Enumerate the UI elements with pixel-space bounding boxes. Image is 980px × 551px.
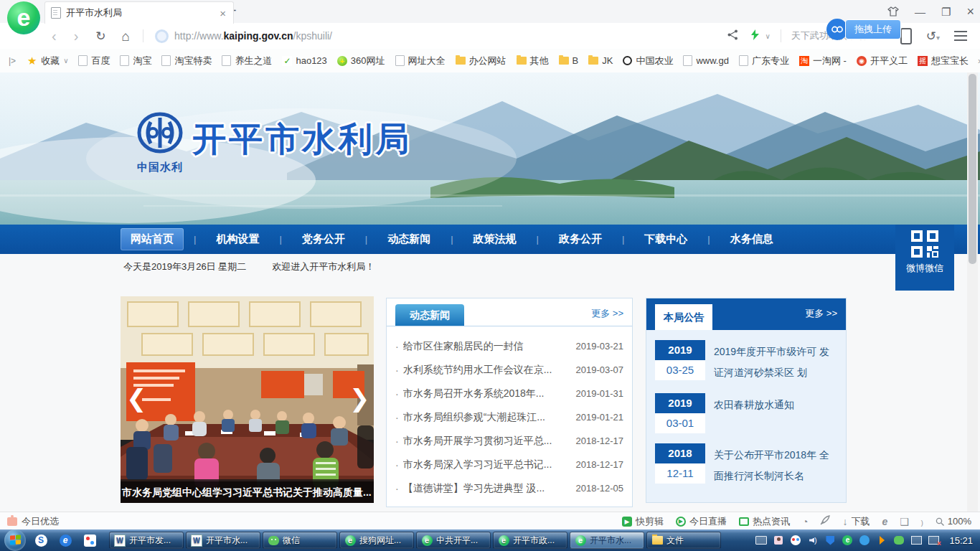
carousel-prev-icon[interactable]: ❮ [126,384,145,413]
taskbar-window-button[interactable]: e中共开平... [416,532,491,549]
shield-icon[interactable] [824,534,836,546]
bookmark-item[interactable]: ◉开平义工 [852,52,913,70]
app-blue-icon[interactable] [859,534,870,546]
zoom-control[interactable]: 100% [936,516,971,527]
news-title[interactable]: 水利系统节约用水工作会议在京... [403,364,569,377]
minimize-button[interactable]: — [915,6,925,17]
daily-picks-label[interactable]: 今日优选 [22,515,59,528]
bookmark-item[interactable]: ✓hao123 [277,53,331,68]
nav-item-6[interactable]: 政务公开 [549,228,612,250]
taskbar-window-button[interactable]: 文件 [646,532,721,549]
bookmark-item[interactable]: 网址大全 [390,52,451,70]
site-info-icon[interactable] [155,29,169,43]
menu-icon[interactable] [954,35,967,37]
chevron-down-icon[interactable]: ∨ [765,32,770,40]
notice-title[interactable]: 关于公布开平市2018年 全面推行河长制河长名 [714,443,837,486]
bookmark-item[interactable]: 中国农业 [618,52,678,70]
restore-button[interactable]: ❐ [941,6,951,17]
sound-icon[interactable]: ) [921,516,923,527]
quicklaunch-browser-icon[interactable]: e [56,532,75,549]
360-safety-icon[interactable] [790,534,801,546]
bookmark-item[interactable]: 摇想宝宝长 [913,52,974,70]
rocket-icon[interactable] [820,515,830,527]
gift-icon[interactable] [7,517,17,526]
back-icon[interactable]: ‹ [52,29,57,43]
notice-row[interactable]: 201812-11关于公布开平市2018年 全面推行河长制河长名 [655,443,837,486]
bookmark-item[interactable]: 百度 [73,52,115,70]
tab-news[interactable]: 动态新闻 [395,304,464,326]
bookmark-item[interactable]: www.gd [678,53,734,68]
news-row[interactable]: ·【道德讲堂】学习先进典型 汲...2018-12-05 [395,476,623,500]
app-triangle-icon[interactable] [876,534,887,546]
news-more-link[interactable]: 更多 >> [591,307,623,320]
history-clock-icon[interactable]: ◔ [802,516,808,527]
notice-row[interactable]: 201903-01农田春耕放水通知 [655,393,837,433]
clock[interactable]: 15:21 [949,535,973,546]
nav-item-1[interactable]: 网站首页 [121,228,184,250]
undo-icon[interactable]: ↺▾ [926,29,940,44]
news-row[interactable]: ·市水务局开展学习贯彻习近平总...2018-12-17 [395,429,623,453]
taskbar-window-button[interactable]: e开平市水... [570,532,644,549]
home-icon[interactable]: ⌂ [122,29,130,43]
taskbar-window-button[interactable]: e搜狗网址... [339,532,414,549]
input-method-icon[interactable] [755,534,767,546]
share-icon[interactable] [727,29,738,42]
bookmarks-overflow-icon[interactable]: » [975,56,980,66]
notice-title[interactable]: 农田春耕放水通知 [714,393,794,433]
bookmark-item[interactable]: +360网址 [332,52,390,70]
mobile-icon[interactable] [900,28,912,44]
toolbar-item[interactable]: 热点资讯 [739,515,790,528]
notice-title[interactable]: 2019年度开平市级许可 发证河道河砂禁采区 划 [714,340,837,383]
network-error-icon[interactable] [928,534,939,546]
forward-icon[interactable]: › [74,29,79,43]
browser-tab[interactable]: 开平市水利局 × [44,1,234,24]
bookmark-item[interactable]: 广东专业 [734,52,794,70]
skin-theme-icon[interactable] [887,6,899,17]
start-button[interactable] [4,529,26,551]
bookmarks-expander-icon[interactable]: |> [4,56,20,66]
taskbar-window-button[interactable]: 微信 [263,532,337,549]
taskbar-window-button[interactable]: W开平市发... [109,532,184,549]
quicklaunch-sogou-icon[interactable]: S [32,532,50,549]
nav-item-2[interactable]: 机构设置 [206,228,269,250]
nav-item-5[interactable]: 政策法规 [463,228,527,250]
bookmark-item[interactable]: 淘一淘网 - [794,52,852,70]
tab-close-icon[interactable]: × [218,7,227,19]
news-row[interactable]: ·市水务局召开水务系统2018年...2019-01-31 [395,382,623,405]
page-scrollbar[interactable] [967,72,978,512]
download-button[interactable]: ↓下载 [842,515,870,528]
network-icon[interactable] [910,534,922,546]
toolbar-item[interactable]: ▶快剪辑 [622,515,664,528]
bookmark-item[interactable]: 办公网站 [451,52,512,70]
nav-item-4[interactable]: 动态新闻 [377,228,440,250]
speed-boost-icon[interactable] [751,29,759,42]
close-button[interactable]: × [966,5,974,18]
news-row[interactable]: ·水利系统节约用水工作会议在京...2019-03-07 [395,358,623,382]
bookmark-item[interactable]: 其他 [512,52,554,70]
refresh-icon[interactable]: ↻ [95,30,105,42]
news-title[interactable]: 给市区住家船居民的一封信 [403,340,569,353]
taskbar-window-button[interactable]: W开平市水... [186,532,260,549]
browser-logo-icon[interactable]: e [7,1,40,34]
netdisk-upload-tooltip[interactable]: 拖拽上传 [826,20,901,39]
volume-icon[interactable]: ) [807,534,819,546]
bookmark-item[interactable]: 淘宝特卖 [156,52,217,70]
bookmark-item[interactable]: JK [583,53,618,68]
news-title[interactable]: 市水务局深入学习习近平总书记... [403,458,569,471]
wechat-tray-icon[interactable] [893,534,905,546]
taskbar-window-button[interactable]: e开平市政... [493,532,567,549]
news-row[interactable]: ·市水务局组织参观“大潮起珠江...2019-01-21 [395,405,623,429]
bookmark-item[interactable]: ★收藏∨ [22,52,73,70]
nav-item-7[interactable]: 下载中心 [634,228,697,250]
browser-tray-icon[interactable]: e [842,534,853,546]
ie-compat-icon[interactable]: e [882,516,887,527]
news-title[interactable]: 【道德讲堂】学习先进典型 汲... [403,482,569,495]
news-title[interactable]: 市水务局组织参观“大潮起珠江... [403,411,569,424]
tab-notice[interactable]: 本局公告 [655,304,712,330]
toolbar-item[interactable]: ▶今日直播 [676,515,727,528]
quicklaunch-360-icon[interactable] [80,532,99,549]
nav-item-3[interactable]: 党务公开 [292,228,355,250]
news-row[interactable]: ·给市区住家船居民的一封信2019-03-21 [395,334,623,358]
nav-item-8[interactable]: 水务信息 [720,228,783,250]
news-title[interactable]: 市水务局召开水务系统2018年... [403,387,569,400]
